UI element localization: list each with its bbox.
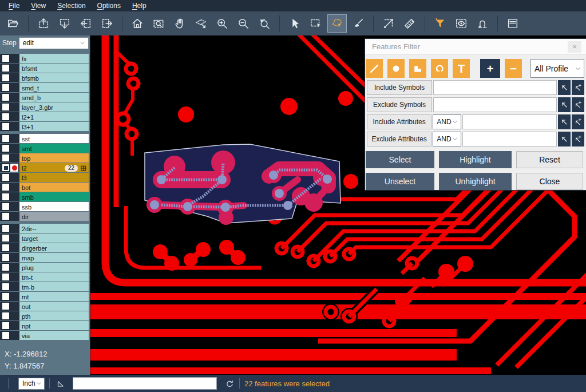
close-button[interactable]: Close <box>516 173 583 190</box>
layer-name[interactable]: mt <box>19 292 89 301</box>
layer-name[interactable]: ssb <box>19 202 89 211</box>
layer-name[interactable]: l3 <box>19 173 89 182</box>
pan-down-icon[interactable] <box>55 14 74 33</box>
layer-visibility-checkbox[interactable] <box>2 331 10 339</box>
menu-options[interactable]: Options <box>92 1 126 11</box>
layer-name[interactable]: dirgerber <box>19 243 89 252</box>
layer-visibility-checkbox[interactable] <box>2 283 10 291</box>
include-attributes-button[interactable]: Include Attributes <box>367 114 431 129</box>
menu-file[interactable]: File <box>3 1 25 11</box>
select-polygon-icon[interactable] <box>327 14 347 33</box>
layer-visibility-checkbox[interactable] <box>2 74 10 82</box>
layer-visibility-checkbox[interactable] <box>2 312 10 320</box>
zoom-in-icon[interactable] <box>212 14 232 33</box>
layer-name[interactable]: smd_b <box>19 93 89 102</box>
active-layer-indicator[interactable] <box>10 164 18 172</box>
snap-icon[interactable] <box>473 14 492 33</box>
layer-name[interactable]: bfsmt <box>19 64 89 73</box>
ruler-icon[interactable] <box>400 14 419 33</box>
layer-name[interactable]: smb <box>19 192 89 201</box>
close-icon[interactable]: × <box>568 41 581 53</box>
layer-name[interactable]: bot <box>19 183 89 192</box>
layer-visibility-checkbox[interactable] <box>2 144 10 152</box>
layer-visibility-checkbox[interactable] <box>2 122 10 130</box>
pick-add-icon[interactable] <box>572 97 584 112</box>
layer-name[interactable]: smt <box>19 144 89 153</box>
pick-icon[interactable] <box>558 80 571 95</box>
unselect-button[interactable]: Unselect <box>366 173 434 190</box>
zoom-out-icon[interactable] <box>233 14 253 33</box>
exclude-attributes-button[interactable]: Exclude Attributes <box>367 132 431 146</box>
pick-icon[interactable] <box>558 132 571 146</box>
open-file-icon[interactable] <box>3 14 23 33</box>
layer-name[interactable]: smd_t <box>19 83 89 92</box>
layer-name[interactable]: layer_3.gbr <box>19 102 89 112</box>
pad-feature-icon[interactable] <box>387 59 405 78</box>
pan-right-icon[interactable] <box>97 14 117 33</box>
zoom-previous-icon[interactable] <box>255 14 274 33</box>
unhighlight-button[interactable]: Unhighlight <box>439 173 512 190</box>
profile-select[interactable]: All Profile <box>530 59 584 78</box>
layer-visibility-checkbox[interactable] <box>2 134 10 142</box>
units-select[interactable]: Inch <box>18 378 45 390</box>
include-symbols-input[interactable] <box>433 80 557 95</box>
command-input[interactable] <box>73 377 217 390</box>
and-or-select[interactable]: AND <box>433 132 461 146</box>
layer-visibility-checkbox[interactable] <box>2 322 10 330</box>
pan-up-icon[interactable] <box>34 14 53 33</box>
dialog-title-bar[interactable]: Features Filter × <box>365 39 586 55</box>
angle-measure-icon[interactable] <box>56 378 66 389</box>
pick-icon[interactable] <box>558 97 571 112</box>
layer-visibility-checkbox[interactable] <box>2 103 10 111</box>
layer-name[interactable]: bfsmb <box>19 73 89 82</box>
layer-name[interactable]: via <box>19 331 89 340</box>
include-attributes-input[interactable] <box>462 114 557 129</box>
step-select[interactable]: edit <box>19 37 89 49</box>
refresh-icon[interactable] <box>225 379 235 389</box>
layer-name[interactable]: out <box>19 302 89 311</box>
layer-name[interactable]: tm-b <box>19 282 89 291</box>
layer-name[interactable]: fx <box>19 54 89 63</box>
view-options-icon[interactable] <box>452 14 471 33</box>
select-rectangle-icon[interactable] <box>306 14 326 33</box>
layer-visibility-checkbox[interactable] <box>2 93 10 101</box>
include-symbols-button[interactable]: Include Symbols <box>367 80 432 95</box>
layer-visibility-checkbox[interactable] <box>2 64 10 72</box>
select-brush-icon[interactable] <box>349 14 368 33</box>
exclude-symbols-button[interactable]: Exclude Symbols <box>367 97 432 112</box>
select-pointer-icon[interactable] <box>285 14 304 33</box>
layer-name[interactable]: target <box>19 233 89 243</box>
layer-visibility-checkbox[interactable] <box>2 84 10 92</box>
exclude-attributes-input[interactable] <box>462 132 557 146</box>
pan-hand-icon[interactable] <box>170 14 189 33</box>
arc-feature-icon[interactable] <box>431 59 448 78</box>
layer-visibility-checkbox[interactable] <box>2 212 10 220</box>
menu-help[interactable]: Help <box>127 1 152 11</box>
layer-visibility-checkbox[interactable] <box>2 244 10 252</box>
exclude-symbols-input[interactable] <box>433 97 557 112</box>
layer-visibility-checkbox[interactable] <box>2 54 10 62</box>
layer-visibility-checkbox[interactable] <box>2 113 10 121</box>
layer-name[interactable]: sst <box>19 134 89 143</box>
layer-visibility-checkbox[interactable] <box>2 292 10 300</box>
zoom-window-icon[interactable] <box>149 14 168 33</box>
layer-visibility-checkbox[interactable] <box>2 234 10 242</box>
pcb-canvas[interactable]: Features Filter × T+−All Profile Include… <box>90 35 586 375</box>
layer-name[interactable]: l222 <box>19 163 89 172</box>
layer-visibility-checkbox[interactable] <box>2 273 10 281</box>
pan-left-icon[interactable] <box>76 14 96 33</box>
measure-distance-icon[interactable] <box>379 14 398 33</box>
layer-visibility-checkbox[interactable] <box>2 154 10 162</box>
layer-name[interactable]: l3+1 <box>19 122 89 131</box>
select-button[interactable]: Select <box>366 151 434 168</box>
layer-name[interactable]: pth <box>19 311 89 320</box>
layer-visibility-checkbox[interactable] <box>2 254 10 262</box>
layer-visibility-checkbox[interactable] <box>2 263 10 271</box>
highlight-button[interactable]: Highlight <box>439 151 512 168</box>
layer-visibility-checkbox[interactable] <box>2 203 10 211</box>
zoom-selection-icon[interactable] <box>191 14 211 33</box>
add-filter-icon[interactable]: + <box>480 59 500 78</box>
layer-name[interactable]: l2+1 <box>19 112 89 121</box>
layer-name[interactable]: plug <box>19 263 89 272</box>
layer-name[interactable]: map <box>19 253 89 262</box>
